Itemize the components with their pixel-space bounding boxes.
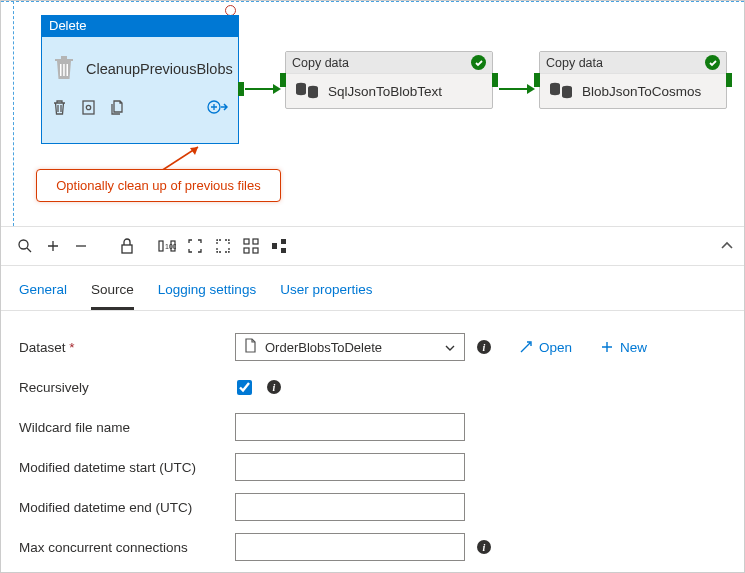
annotation-callout: Optionally clean up of previous files (36, 169, 281, 202)
alignment-guide-vertical (13, 1, 14, 226)
delete-icon[interactable] (52, 99, 67, 119)
output-handle[interactable] (726, 73, 732, 87)
new-dataset-button[interactable]: New (600, 340, 647, 355)
zoom-in-icon[interactable] (39, 232, 67, 260)
recursively-checkbox[interactable] (237, 380, 252, 395)
svg-rect-19 (272, 243, 277, 249)
activity-node-name: BlobJsonToCosmos (582, 84, 701, 99)
lock-icon[interactable] (113, 232, 141, 260)
fit-to-screen-icon[interactable] (181, 232, 209, 260)
modified-start-label: Modified datetime start (UTC) (19, 460, 229, 475)
output-handle[interactable] (238, 82, 244, 96)
file-icon (244, 338, 257, 356)
copy-icon[interactable] (110, 99, 125, 119)
svg-point-9 (19, 240, 28, 249)
output-handle[interactable] (492, 73, 498, 87)
zoom-out-icon[interactable] (67, 232, 95, 260)
info-icon[interactable]: i (477, 540, 491, 554)
activity-node-delete[interactable]: Delete CleanupPreviousBlobs (41, 34, 239, 144)
success-connector[interactable] (245, 88, 275, 90)
svg-rect-21 (281, 248, 286, 253)
auto-align-icon[interactable] (237, 232, 265, 260)
tab-source[interactable]: Source (91, 276, 134, 310)
svg-rect-15 (244, 239, 249, 244)
wildcard-input[interactable] (235, 413, 465, 441)
info-icon[interactable]: i (267, 380, 281, 394)
svg-rect-16 (253, 239, 258, 244)
status-success-icon (471, 55, 486, 70)
svg-rect-0 (83, 101, 94, 114)
svg-rect-18 (253, 248, 258, 253)
dataset-select[interactable]: OrderBlobsToDelete (235, 333, 465, 361)
add-output-icon[interactable] (206, 98, 228, 119)
required-indicator: * (69, 340, 74, 355)
tab-user-properties[interactable]: User properties (280, 276, 372, 310)
svg-line-10 (27, 248, 31, 252)
status-success-icon (705, 55, 720, 70)
chevron-down-icon (444, 340, 456, 355)
svg-rect-12 (159, 241, 163, 251)
modified-start-input[interactable] (235, 453, 465, 481)
max-connections-input[interactable] (235, 533, 465, 561)
copy-data-icon (548, 80, 574, 103)
input-handle[interactable] (534, 73, 540, 87)
modified-end-label: Modified datetime end (UTC) (19, 500, 229, 515)
max-connections-label: Max concurrent connections (19, 540, 229, 555)
tab-logging-settings[interactable]: Logging settings (158, 276, 256, 310)
recursively-label: Recursively (19, 380, 229, 395)
zoom-reset-icon[interactable]: 100% (153, 232, 181, 260)
tab-general[interactable]: General (19, 276, 67, 310)
svg-rect-20 (281, 239, 286, 244)
fullscreen-icon[interactable] (209, 232, 237, 260)
wildcard-label: Wildcard file name (19, 420, 229, 435)
activity-node-copy-1[interactable]: Copy data SqlJsonToBlobText (285, 51, 493, 109)
modified-end-input[interactable] (235, 493, 465, 521)
collapse-panel-icon[interactable] (720, 239, 734, 254)
activity-node-copy-2[interactable]: Copy data BlobJsonToCosmos (539, 51, 727, 109)
source-form: Dataset * OrderBlobsToDelete i Open New … (1, 311, 744, 573)
search-icon[interactable] (11, 232, 39, 260)
success-connector[interactable] (499, 88, 529, 90)
layout-flow-icon[interactable] (265, 232, 293, 260)
trash-icon (52, 53, 76, 84)
svg-point-1 (86, 105, 90, 109)
activity-node-type-label: Delete (41, 15, 239, 37)
canvas-toolbar: 100% (1, 226, 744, 266)
svg-rect-17 (244, 248, 249, 253)
pipeline-canvas[interactable]: Delete CleanupPreviousBlobs (1, 1, 744, 226)
info-icon[interactable]: i (477, 340, 491, 354)
annotation-text: Optionally clean up of previous files (56, 178, 261, 193)
activity-node-name: SqlJsonToBlobText (328, 84, 442, 99)
svg-rect-11 (122, 245, 132, 253)
activity-node-type-label: Copy data (546, 56, 603, 70)
dataset-label: Dataset * (19, 340, 229, 355)
open-dataset-button[interactable]: Open (519, 340, 572, 355)
copy-data-icon (294, 80, 320, 103)
breakpoint-icon[interactable] (81, 99, 96, 119)
activity-node-name: CleanupPreviousBlobs (86, 61, 233, 77)
dataset-value: OrderBlobsToDelete (265, 340, 382, 355)
activity-node-type-label: Copy data (292, 56, 349, 70)
property-tabs: General Source Logging settings User pro… (1, 266, 744, 311)
input-handle[interactable] (280, 73, 286, 87)
alignment-guide-horizontal (1, 1, 744, 2)
